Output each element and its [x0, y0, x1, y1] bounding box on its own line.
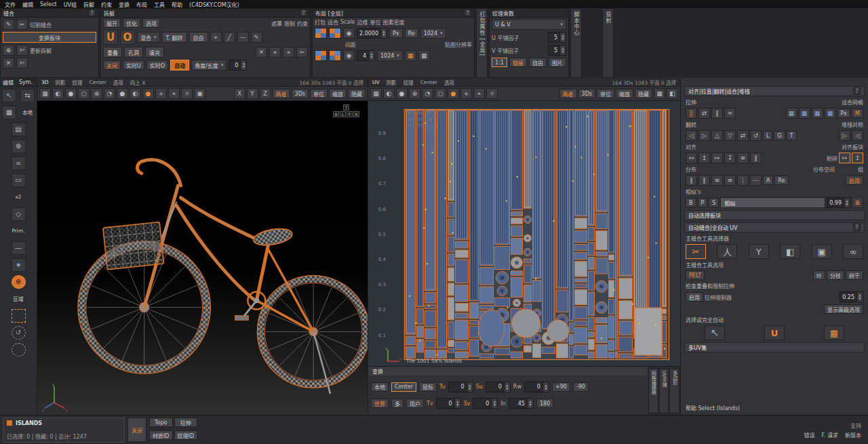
new-version-link[interactable]: 新版本	[845, 431, 861, 439]
vpuv-texture-tab[interactable]: 纹理	[403, 79, 414, 86]
vp3d-shading-tab[interactable]: 阴影	[56, 79, 66, 86]
cube-icon[interactable]: ◧	[780, 244, 800, 259]
fit-m-button[interactable]: M	[852, 108, 863, 118]
tab-options[interactable]: 选项	[142, 18, 160, 28]
align-block-right-icon[interactable]: ↦	[839, 153, 850, 163]
fit-grid-1-icon[interactable]: ▦	[786, 108, 797, 119]
vp3d-label[interactable]: 3D	[41, 79, 49, 85]
similar-spinner[interactable]: 0.99▲▼	[827, 197, 850, 208]
pack-icon-4[interactable]	[329, 50, 341, 61]
multi-button[interactable]: 多	[391, 399, 403, 408]
align-section-header[interactable]: 对齐|拉直|翻转|适合|堆栈?	[684, 86, 865, 96]
vp3d-options-tab[interactable]: 选项	[113, 79, 123, 86]
rw-spinner[interactable]: 0▲▼	[524, 382, 549, 392]
fit-grid-2-icon[interactable]: ▦	[799, 108, 810, 119]
align-center-icon[interactable]: ≡	[737, 153, 749, 163]
hide-button[interactable]: 隐藏	[635, 89, 652, 98]
spin-down-icon[interactable]: ▼	[455, 403, 460, 407]
uv-canvas-area[interactable]: 0.90.80.70.60.50.40.30.20.1 Auto Fit: On…	[368, 101, 680, 366]
transform-block-button[interactable]: 变换板块	[3, 32, 96, 43]
v-tile-spinner[interactable]: 5▲▼	[548, 45, 566, 56]
spin-down-icon[interactable]: ▼	[560, 50, 566, 54]
dash-tool-icon[interactable]: —	[12, 241, 26, 255]
material-id-button[interactable]: 材质ID	[149, 430, 173, 440]
3ds-button[interactable]: 3Ds	[578, 89, 595, 98]
spin-down-icon[interactable]: ▼	[505, 387, 510, 390]
both-button[interactable]: 两者	[559, 89, 577, 98]
globe-texture-icon[interactable]: ⊕	[91, 88, 102, 99]
pack-properties-tab[interactable]: 打包属性 [全局]	[476, 8, 488, 78]
lasso-select-icon[interactable]: ↺	[12, 326, 26, 340]
local-button[interactable]: 本地	[371, 382, 389, 392]
auto-unfold-u-icon[interactable]: U	[764, 325, 785, 340]
menu-item[interactable]: 编辑	[19, 1, 37, 8]
dist-re-button[interactable]: Re	[774, 176, 788, 185]
viewport-menu-icon[interactable]: ▦	[370, 88, 382, 99]
limiter-spinner[interactable]: 0.25▲▼	[840, 291, 863, 302]
region-button[interactable]: 区域	[12, 292, 26, 306]
px-button[interactable]: Px	[389, 28, 403, 38]
tab-uv-tile[interactable]: UV平铺	[659, 368, 669, 413]
image-button[interactable]: 图片	[549, 58, 566, 67]
tab-optimize[interactable]: 优化	[123, 18, 140, 28]
swap-icon[interactable]: ⇄	[737, 130, 749, 141]
delete-constraint-icon[interactable]: ✕	[256, 47, 267, 58]
sphere-wire-icon[interactable]: ○	[78, 88, 90, 99]
similar-stack-icon[interactable]: ≣	[852, 197, 863, 208]
camera-icon[interactable]: ▣	[194, 88, 205, 99]
world-button[interactable]: 世界	[371, 399, 389, 408]
dist-v2-icon[interactable]: ≡	[724, 175, 736, 186]
help-icon[interactable]: ?	[300, 9, 307, 16]
marquee-select-icon[interactable]	[12, 309, 26, 323]
circle-select-icon[interactable]	[12, 343, 26, 357]
texture-id-button[interactable]: 纹理ID	[174, 430, 198, 440]
sphere-mat-icon[interactable]: ●	[117, 88, 128, 99]
menu-item[interactable]: 工具	[151, 1, 168, 8]
vpuv-shading-tab[interactable]: 阴影	[387, 79, 397, 86]
cylinder-icon[interactable]: ▭	[12, 174, 26, 187]
view-top-button[interactable]: T	[343, 104, 349, 110]
tab-mask[interactable]: 遮罩	[271, 20, 282, 27]
pelt-scissors-icon[interactable]: ✂	[686, 244, 706, 259]
spin-down-icon[interactable]: ▼	[857, 297, 863, 300]
tu-spinner[interactable]: 0▲▼	[448, 382, 473, 392]
spinner-arrows[interactable]: ▲▼	[368, 51, 374, 60]
local-mode-button[interactable]: 本地	[20, 106, 35, 119]
menu-item[interactable]: (C4DSKY.COM汉化)	[186, 1, 243, 8]
status-off-button[interactable]: 关闭	[127, 418, 146, 442]
support-label[interactable]: 支持	[850, 422, 861, 429]
spinner-arrows[interactable]: ▲▼	[491, 399, 497, 408]
stack-pair-right-icon[interactable]: ◁	[852, 130, 863, 141]
rotate-minus90-button[interactable]: -90	[573, 382, 589, 392]
dist-dots-h-icon[interactable]: ⋯	[750, 175, 762, 186]
pivot-icon[interactable]: ⌖	[168, 88, 180, 99]
branch-button[interactable]: 分枝	[827, 270, 844, 280]
pelt-button[interactable]: PELT	[686, 270, 705, 280]
pivot-icon[interactable]: ⌖	[473, 88, 485, 99]
spinner-arrows[interactable]: ▲▼	[844, 198, 850, 207]
axis-z-button[interactable]: Z	[260, 88, 271, 99]
branch-y-icon[interactable]: Y	[749, 244, 769, 259]
menu-item[interactable]: 帮助	[168, 1, 186, 8]
center-button[interactable]: Center	[391, 382, 416, 392]
spin-down-icon[interactable]: ▼	[543, 387, 549, 390]
help-icon[interactable]: ?	[88, 9, 96, 16]
spin-down-icon[interactable]: ▼	[528, 403, 533, 407]
zoom-button[interactable]: 缩放	[329, 89, 347, 98]
viewport-men-icon[interactable]: ▦	[39, 88, 51, 99]
axis-y-button[interactable]: Y	[247, 88, 258, 99]
group-enable-button[interactable]: 启用	[846, 176, 863, 185]
free-button[interactable]: 自由	[189, 32, 208, 43]
cut-x-icon[interactable]: ✄	[16, 58, 28, 68]
stack-g-button[interactable]: G	[774, 131, 785, 140]
tab-expand[interactable]: 展开	[103, 18, 121, 28]
sphere-active-icon[interactable]: ●	[448, 88, 459, 99]
spinner-arrows[interactable]: ▲▼	[504, 382, 510, 392]
sphere-quarter-icon[interactable]: ◔	[104, 88, 115, 99]
spin-down-icon[interactable]: ▼	[560, 37, 566, 41]
spin-down-icon[interactable]: ▼	[381, 33, 387, 37]
globe-icon[interactable]: ⊕	[12, 140, 26, 153]
3ds-button[interactable]: 3Ds	[292, 89, 309, 98]
autoseam-section-header[interactable]: 自动缝合|全自动 UV?	[684, 222, 865, 233]
topo-button[interactable]: Topo	[149, 418, 173, 427]
